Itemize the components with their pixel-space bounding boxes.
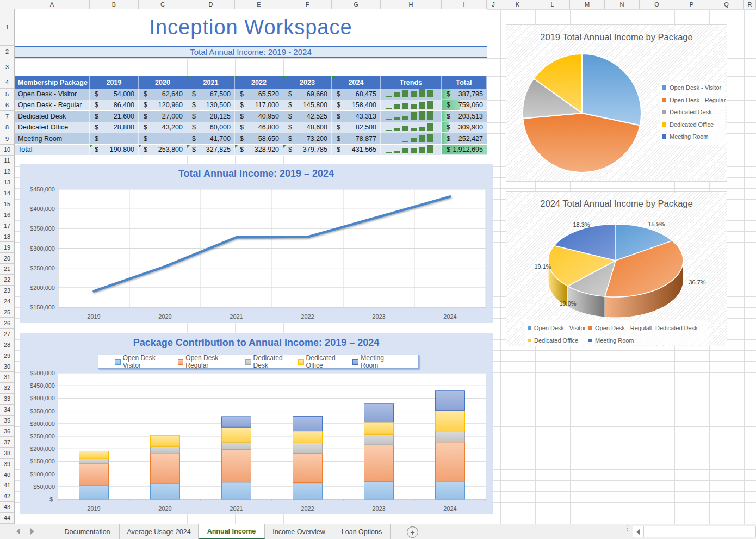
table-cell-value[interactable]: $27,000 (139, 111, 187, 122)
tab-scroll-right-icon[interactable] (30, 528, 34, 535)
sheet-grid[interactable]: Inception Workspace Total Annual Income:… (15, 9, 756, 524)
hscroll-left-button[interactable] (633, 526, 643, 537)
row-header-33[interactable]: 33 (0, 394, 14, 405)
row-header-39[interactable]: 39 (0, 459, 14, 469)
row-header-38[interactable]: 38 (0, 448, 14, 459)
row-header-35[interactable]: 35 (0, 416, 14, 426)
trend-sparkline[interactable] (381, 111, 442, 122)
row-header-4[interactable]: 4 (0, 76, 14, 89)
table-cell-value[interactable]: $54,000 (90, 89, 139, 100)
column-header-O[interactable]: O (640, 0, 674, 9)
column-header-H[interactable]: H (381, 0, 442, 9)
row-header-31[interactable]: 31 (0, 372, 14, 383)
table-cell-value[interactable]: $65,520 (235, 89, 283, 100)
row-header-8[interactable]: 8 (0, 122, 14, 134)
table-cell-value[interactable]: $67,500 (187, 89, 235, 100)
table-cell-value[interactable]: $28,800 (90, 122, 139, 134)
row-header-3[interactable]: 3 (0, 58, 14, 76)
table-cell-value[interactable]: $43,313 (332, 111, 381, 122)
table-cell-value[interactable]: $28,125 (187, 111, 235, 122)
row-header-9[interactable]: 9 (0, 133, 14, 145)
sheet-tab-average-usage-2024[interactable]: Average Usage 2024 (120, 524, 199, 539)
sheet-tab-income-overview[interactable]: Income Overview (265, 524, 333, 539)
table-cell-value[interactable]: $253,800 (139, 145, 187, 156)
stacked-bar-chart[interactable]: Package Contribution to Annual Income: 2… (20, 333, 493, 514)
table-cell-value[interactable]: $- (139, 133, 187, 145)
column-header-D[interactable]: D (187, 0, 235, 9)
column-header-F[interactable]: F (283, 0, 332, 9)
table-cell-value[interactable]: $48,600 (283, 122, 332, 134)
row-header-29[interactable]: 29 (0, 350, 14, 361)
row-header-6[interactable]: 6 (0, 100, 14, 111)
column-header-B[interactable]: B (90, 0, 139, 9)
table-cell-value[interactable]: $78,877 (332, 133, 381, 145)
trend-sparkline[interactable] (381, 122, 442, 134)
table-cell-value[interactable]: $379,785 (283, 145, 332, 156)
table-cell-value[interactable]: $42,525 (283, 111, 332, 122)
table-cell-total[interactable]: $203,513 (442, 111, 487, 122)
row-header-37[interactable]: 37 (0, 437, 14, 448)
sheet-tab-loan-options[interactable]: Loan Options (333, 524, 391, 539)
table-row-name[interactable]: Dedicated Office (15, 122, 90, 134)
column-header-N[interactable]: N (605, 0, 640, 9)
row-header-44[interactable]: 44 (0, 513, 14, 524)
new-sheet-button[interactable]: + (407, 526, 418, 538)
table-cell-value[interactable]: $86,400 (90, 100, 139, 111)
table-cell-value[interactable]: $190,800 (90, 145, 139, 156)
row-header-34[interactable]: 34 (0, 405, 14, 416)
table-cell-value[interactable]: $60,000 (187, 122, 235, 134)
row-header-21[interactable]: 21 (0, 264, 14, 275)
table-cell-value[interactable]: $41,700 (187, 133, 235, 145)
row-header-5[interactable]: 5 (0, 89, 14, 100)
row-header-13[interactable]: 13 (0, 177, 14, 188)
row-header-36[interactable]: 36 (0, 426, 14, 437)
table-cell-value[interactable]: $145,800 (283, 100, 332, 111)
table-cell-value[interactable]: $68,475 (332, 89, 381, 100)
table-cell-total[interactable]: $252,427 (442, 133, 487, 145)
trend-sparkline[interactable] (381, 100, 442, 111)
sheet-tab-annual-income[interactable]: Annual Income (199, 524, 265, 539)
table-cell-value[interactable]: $130,500 (187, 100, 235, 111)
row-header-7[interactable]: 7 (0, 111, 14, 122)
table-cell-value[interactable]: $62,640 (139, 89, 187, 100)
row-header-10[interactable]: 10 (0, 145, 14, 156)
row-header-32[interactable]: 32 (0, 383, 14, 394)
row-header-1[interactable]: 1 (0, 9, 14, 46)
table-cell-total[interactable]: $387,795 (442, 89, 487, 100)
table-cell-total[interactable]: $759,060 (442, 100, 487, 111)
table-cell-value[interactable]: $117,000 (235, 100, 283, 111)
row-header-16[interactable]: 16 (0, 210, 14, 221)
pie-chart-2019[interactable]: 2019 Total Annual Income by Package Open… (506, 24, 727, 182)
table-cell-value[interactable]: $82,500 (332, 122, 381, 134)
row-header-41[interactable]: 41 (0, 480, 14, 491)
row-header-23[interactable]: 23 (0, 286, 14, 296)
tabbar-resize-handle[interactable]: ⋮ (624, 526, 630, 530)
workbook-subtitle-cell[interactable]: Total Annual Income: 2019 - 2024 (15, 46, 487, 58)
row-header-18[interactable]: 18 (0, 231, 14, 242)
table-row-name[interactable]: Total (15, 145, 90, 156)
row-header-19[interactable]: 19 (0, 242, 14, 253)
row-header-17[interactable]: 17 (0, 220, 14, 231)
table-cell-value[interactable]: $69,660 (283, 89, 332, 100)
table-row-name[interactable]: Open Desk - Regular (15, 100, 90, 111)
table-cell-value[interactable]: $73,200 (283, 133, 332, 145)
row-header-24[interactable]: 24 (0, 296, 14, 307)
column-header-I[interactable]: I (442, 0, 487, 9)
table-cell-value[interactable]: $327,825 (187, 145, 235, 156)
trend-sparkline[interactable] (381, 145, 442, 156)
table-cell-total[interactable]: $309,900 (442, 122, 487, 134)
row-header-42[interactable]: 42 (0, 491, 14, 502)
tab-scroll-left-icon[interactable] (16, 528, 20, 535)
table-cell-value[interactable]: $- (90, 133, 139, 145)
table-row-name[interactable]: Meeting Room (15, 133, 90, 145)
table-cell-total[interactable]: $1,912,695 (442, 145, 487, 156)
column-header-G[interactable]: G (332, 0, 381, 9)
table-cell-value[interactable]: $431,565 (332, 145, 381, 156)
column-header-M[interactable]: M (570, 0, 605, 9)
row-header-28[interactable]: 28 (0, 339, 14, 350)
line-chart[interactable]: Total Annual Income: 2019 – 2024 $150,00… (20, 164, 493, 323)
table-cell-value[interactable]: $158,400 (332, 100, 381, 111)
table-row-name[interactable]: Dedicated Desk (15, 111, 90, 122)
row-header-43[interactable]: 43 (0, 502, 14, 513)
row-header-26[interactable]: 26 (0, 318, 14, 329)
